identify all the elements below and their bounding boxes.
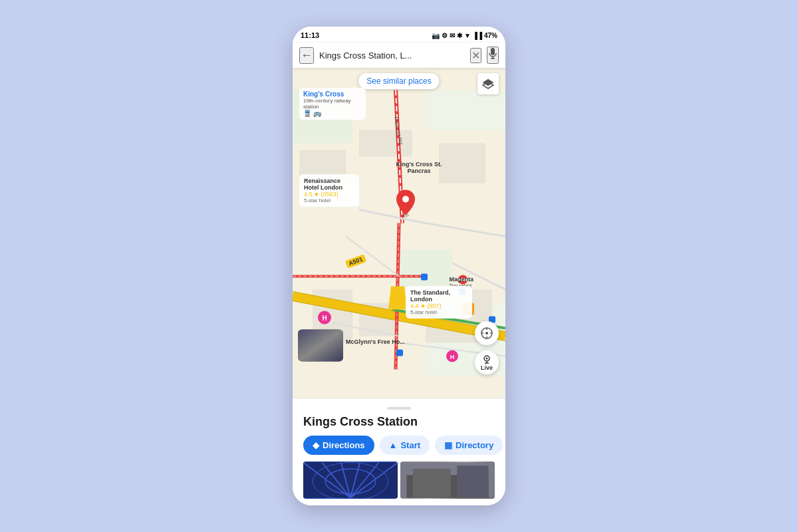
standard-info[interactable]: The Standard, London 4.4 ★ (807) 5-star … — [406, 286, 472, 319]
see-similar-label: See similar places — [366, 76, 431, 86]
svg-rect-72 — [457, 466, 488, 497]
directory-icon: ▦ — [444, 440, 452, 450]
rail-icon: 🚆 — [303, 110, 311, 117]
directions-label: Directions — [323, 440, 365, 450]
battery-text: 47% — [484, 32, 497, 39]
bluetooth-icon: ✱ — [457, 32, 462, 39]
see-similar-chip[interactable]: See similar places — [358, 73, 439, 89]
mic-button[interactable] — [487, 47, 499, 64]
photo-strip-item-1[interactable] — [303, 462, 398, 499]
standard-name: The Standard, London — [410, 289, 467, 303]
kcsp-label: King's Cross St. Pancras — [392, 161, 446, 174]
svg-rect-35 — [396, 350, 403, 356]
standard-rating: 4.4 ★ (807) — [410, 303, 467, 309]
svg-point-39 — [402, 196, 409, 203]
svg-text:H: H — [322, 315, 327, 322]
renaissance-type: 5-star hotel — [304, 198, 354, 203]
renaissance-rating: 4.5 ★ (3563) — [304, 191, 354, 198]
directory-label: Directory — [456, 440, 493, 450]
photo-gray — [400, 462, 495, 499]
mail-icon: ✉ — [450, 32, 455, 39]
renaissance-info[interactable]: Renaissance Hotel London 4.5 ★ (3563) 5-… — [299, 174, 359, 207]
svg-rect-9 — [359, 130, 412, 157]
bus-icon: 🚌 — [313, 110, 321, 117]
kc-name: King's Cross — [303, 90, 362, 98]
start-icon: ▲ — [389, 440, 398, 450]
search-input[interactable]: Kings Cross Station, L... — [319, 51, 465, 61]
wifi-icon: ▼ — [464, 32, 471, 39]
layers-button[interactable] — [477, 73, 499, 94]
svg-marker-31 — [388, 287, 407, 310]
location-icon — [480, 327, 493, 340]
place-name: Kings Cross Station — [303, 415, 495, 429]
signal-icon: ▐▐ — [473, 32, 482, 39]
svg-rect-47 — [298, 330, 343, 362]
live-button[interactable]: Live — [475, 350, 499, 374]
action-buttons: ◆ Directions ▲ Start ▦ Directory — [303, 436, 495, 455]
photo-svg-1 — [303, 462, 398, 499]
start-button[interactable]: ▲ Start — [380, 436, 430, 455]
location-button[interactable] — [475, 321, 499, 345]
status-bar: 11:13 📷 ⚙ ✉ ✱ ▼ ▐▐ 47% — [293, 27, 505, 43]
drag-handle — [387, 407, 411, 410]
magenta-name: Magenta — [449, 276, 473, 283]
directions-icon: ◆ — [313, 440, 319, 450]
live-label: Live — [481, 364, 493, 371]
svg-rect-0 — [491, 48, 495, 55]
standard-type: 5-star hotel — [410, 309, 467, 315]
start-label: Start — [400, 440, 420, 450]
svg-rect-5 — [426, 90, 505, 130]
svg-rect-60 — [303, 462, 398, 497]
photo-strip-item-2[interactable] — [400, 462, 495, 499]
directions-button[interactable]: ◆ Directions — [303, 436, 374, 455]
search-bar: ← Kings Cross Station, L... ✕ — [293, 43, 505, 68]
status-time: 11:13 — [301, 31, 319, 39]
phone-container: 11:13 📷 ⚙ ✉ ✱ ▼ ▐▐ 47% ← Kings Cross Sta… — [293, 27, 505, 505]
svg-rect-32 — [421, 274, 428, 281]
kc-desc: 19th-century railway station — [303, 98, 362, 110]
svg-point-57 — [486, 358, 488, 360]
svg-rect-10 — [439, 144, 485, 184]
live-icon — [481, 354, 493, 364]
kcsp-text: King's Cross St. Pancras — [392, 161, 446, 174]
kings-cross-info: King's Cross 19th-century railway statio… — [299, 88, 366, 120]
svg-rect-71 — [413, 469, 451, 497]
layers-icon — [482, 78, 494, 90]
settings-icon: ⚙ — [442, 32, 448, 39]
photo-strip — [303, 462, 495, 499]
svg-text:H: H — [450, 354, 455, 360]
map-area[interactable]: H H 🍴 See similar places — [293, 68, 505, 398]
svg-marker-48 — [483, 79, 493, 86]
status-icons: 📷 ⚙ ✉ ✱ ▼ ▐▐ 47% — [432, 32, 497, 39]
svg-point-51 — [485, 332, 488, 334]
back-button[interactable]: ← — [299, 47, 314, 64]
bottom-panel: Kings Cross Station ◆ Directions ▲ Start… — [293, 398, 505, 505]
instagram-icon: 📷 — [432, 32, 440, 39]
svg-rect-6 — [399, 250, 452, 290]
photo-blue — [303, 462, 398, 499]
renaissance-name: Renaissance Hotel London — [304, 178, 354, 191]
mcglynn-label: McGlynn's Free Ho... — [346, 338, 405, 345]
directory-button[interactable]: ▦ Directory — [435, 436, 503, 455]
photo-svg-2 — [400, 462, 495, 499]
clear-button[interactable]: ✕ — [470, 48, 481, 63]
